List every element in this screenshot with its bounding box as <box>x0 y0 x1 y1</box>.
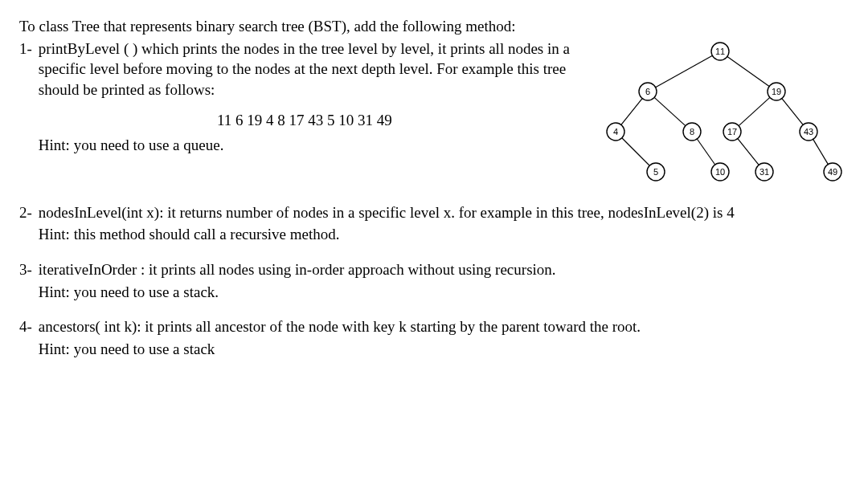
tree-edge <box>813 139 829 164</box>
tree-edge <box>621 98 642 124</box>
tree-node-label-5: 5 <box>653 167 658 177</box>
item-2-text: nodesInLevel(int x): it returns number o… <box>39 202 849 223</box>
item-1-text: printByLevel ( ) which prints the nodes … <box>39 39 571 100</box>
item-2: 2- nodesInLevel(int x): it returns numbe… <box>19 202 849 245</box>
tree-node-label-8: 8 <box>690 127 694 137</box>
item-2-num: 2- <box>19 202 32 245</box>
tree-node-label-49: 49 <box>828 167 837 177</box>
item-3-text: iterativeInOrder : it prints all nodes u… <box>39 259 849 280</box>
item-3: 3- iterativeInOrder : it prints all node… <box>19 259 849 302</box>
tree-edge <box>654 97 686 125</box>
tree-edge <box>656 55 713 87</box>
item-4-num: 4- <box>19 316 32 359</box>
tree-edge <box>739 97 770 125</box>
tree-node-label-19: 19 <box>772 87 781 96</box>
item-4-text: ancestors( int k): it prints all ancesto… <box>39 316 849 337</box>
tree-edge <box>622 137 649 165</box>
tree-node-label-31: 31 <box>760 167 769 177</box>
item-2-hint: Hint: this method should call a recursiv… <box>39 224 849 245</box>
tree-node-label-17: 17 <box>727 127 737 137</box>
item-1: 1- printByLevel ( ) which prints the nod… <box>19 39 849 188</box>
bst-tree-diagram: 116194817435103149 <box>583 35 849 188</box>
item-3-num: 3- <box>19 259 32 302</box>
item-3-hint: Hint: you need to use a stack. <box>39 282 849 303</box>
item-4-hint: Hint: you need to use a stack <box>39 339 849 360</box>
item-4: 4- ancestors( int k): it prints all ance… <box>19 316 849 359</box>
tree-node-label-43: 43 <box>804 127 813 137</box>
tree-node-label-10: 10 <box>715 167 725 177</box>
tree-node-label-4: 4 <box>613 127 618 137</box>
item-1-hint: Hint: you need to use a queue. <box>39 135 571 156</box>
tree-node-label-6: 6 <box>645 87 650 96</box>
tree-node-label-11: 11 <box>715 47 725 56</box>
tree-edge <box>738 138 759 165</box>
intro-text: To class Tree that represents binary sea… <box>19 16 849 37</box>
tree-edge <box>782 98 803 124</box>
tree-edge <box>727 56 769 86</box>
item-1-num: 1- <box>19 39 32 188</box>
tree-edge <box>697 139 714 165</box>
item-1-output: 11 6 19 4 8 17 43 5 10 31 49 <box>39 110 571 131</box>
